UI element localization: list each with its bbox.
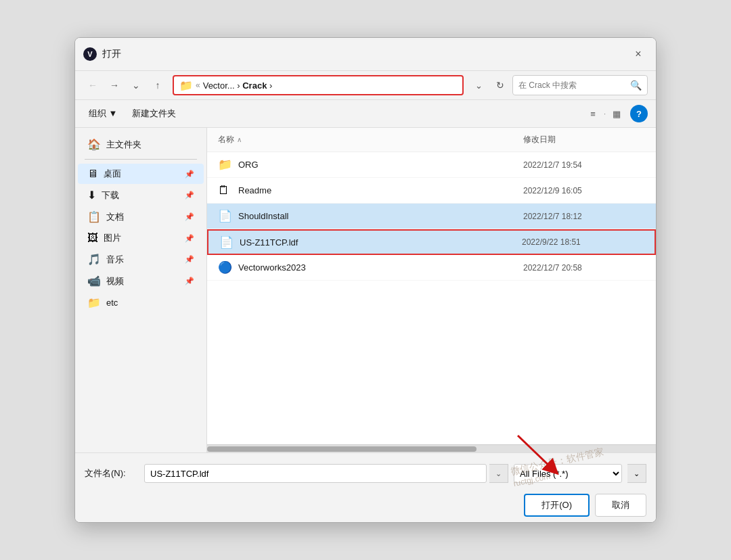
view-pane-button[interactable]: ▦ — [607, 104, 626, 123]
folder-icon: 📁 — [179, 79, 193, 92]
sidebar: 🏠 主文件夹 🖥 桌面 📌 ⬇ 下载 📌 📋 文档 📌 — [75, 128, 207, 452]
sidebar-item-etc-label: etc — [106, 298, 118, 308]
filename-dropdown[interactable]: ⌄ — [489, 464, 508, 483]
sidebar-item-desktop[interactable]: 🖥 桌面 📌 — [78, 164, 204, 184]
file-icon-shouldinstall: 📄 — [218, 209, 233, 223]
up-button[interactable]: ↑ — [148, 76, 167, 95]
titlebar: V 打开 × — [75, 38, 656, 71]
column-name-label: 名称 — [218, 134, 234, 145]
downloads-pin-icon: 📌 — [185, 191, 194, 200]
sidebar-item-etc[interactable]: 📁 etc — [78, 292, 204, 313]
sidebar-item-videos[interactable]: 📹 视频 📌 — [78, 271, 204, 291]
horizontal-scrollbar[interactable] — [207, 444, 656, 452]
sidebar-item-downloads-label: 下载 — [102, 189, 119, 202]
sidebar-item-documents[interactable]: 📋 文档 📌 — [78, 206, 204, 227]
filename-input-wrap: ⌄ — [144, 464, 508, 483]
home-icon: 🏠 — [87, 138, 101, 151]
file-date-org: 2022/12/7 19:54 — [523, 160, 645, 170]
action-row: 打开(O) 取消 — [85, 494, 646, 517]
sidebar-item-videos-label: 视频 — [106, 275, 124, 287]
file-list-header: 名称 ∧ 修改日期 — [207, 128, 656, 152]
sidebar-item-pictures[interactable]: 🖼 图片 📌 — [78, 228, 204, 248]
close-button[interactable]: × — [629, 45, 648, 64]
music-icon: 🎵 — [87, 253, 101, 266]
file-date-readme: 2022/12/9 16:05 — [523, 186, 645, 195]
sidebar-item-music[interactable]: 🎵 音乐 📌 — [78, 249, 204, 270]
help-button[interactable]: ? — [630, 105, 648, 122]
scrollbar-thumb[interactable] — [207, 446, 477, 452]
documents-pin-icon: 📌 — [185, 212, 194, 221]
file-icon-vectorworks2023: 🔵 — [218, 260, 233, 275]
view-menu-button[interactable]: ≡ — [583, 104, 602, 123]
open-button[interactable]: 打开(O) — [524, 494, 590, 517]
sidebar-item-pictures-label: 图片 — [104, 232, 121, 244]
breadcrumb[interactable]: 📁 « Vector... › Crack › — [173, 75, 464, 95]
breadcrumb-dropdown[interactable]: ⌄ — [469, 76, 488, 95]
cancel-button[interactable]: 取消 — [595, 494, 646, 517]
new-folder-button[interactable]: 新建文件夹 — [127, 105, 181, 122]
file-row-org[interactable]: 📁 ORG 2022/12/7 19:54 — [207, 152, 656, 178]
sidebar-item-home[interactable]: 🏠 主文件夹 — [78, 134, 204, 155]
back-button[interactable]: ← — [83, 76, 102, 95]
nav-toolbar: ← → ⌄ ↑ 📁 « Vector... › Crack › ⌄ ↻ 🔍 — [75, 71, 656, 100]
documents-icon: 📋 — [87, 210, 101, 223]
desktop-icon: 🖥 — [87, 168, 98, 180]
breadcrumb-sep: « — [196, 80, 200, 90]
file-row-shouldinstall[interactable]: 📄 ShouldInstall 2022/12/7 18:12 — [207, 204, 656, 229]
sidebar-item-documents-label: 文档 — [106, 211, 124, 223]
organize-toolbar: 组织 ▼ 新建文件夹 ≡ · ▦ ? — [75, 100, 656, 128]
file-list: 📁 ORG 2022/12/7 19:54 🗒 Readme 2022/12/9… — [207, 152, 656, 444]
sidebar-item-desktop-label: 桌面 — [104, 168, 121, 180]
sort-arrow: ∧ — [237, 136, 242, 143]
file-row-readme[interactable]: 🗒 Readme 2022/12/9 16:05 — [207, 178, 656, 204]
filename-label: 文件名(N): — [85, 467, 139, 480]
forward-button[interactable]: → — [105, 76, 124, 95]
pictures-pin-icon: 📌 — [185, 234, 194, 243]
sidebar-item-downloads[interactable]: ⬇ 下载 📌 — [78, 185, 204, 206]
app-icon: V — [83, 47, 97, 61]
filename-row: 文件名(N): ⌄ All Files (*.*) ⌄ — [85, 464, 646, 483]
videos-icon: 📹 — [87, 275, 101, 287]
search-input[interactable] — [518, 80, 627, 90]
sidebar-divider — [85, 159, 197, 160]
file-date-shouldinstall: 2022/12/7 18:12 — [523, 212, 645, 221]
bottom-bar: 微信公众号：软件管家 ructgj.com 文件名(N): ⌄ All File… — [75, 452, 656, 522]
filename-input[interactable] — [144, 464, 487, 483]
pictures-icon: 🖼 — [87, 232, 98, 244]
etc-icon: 📁 — [87, 296, 101, 309]
desktop-pin-icon: 📌 — [185, 170, 194, 179]
search-box: 🔍 — [512, 75, 648, 95]
filetype-select[interactable]: All Files (*.*) — [514, 464, 622, 483]
file-date-vectorworks2023: 2022/12/7 20:58 — [523, 263, 645, 273]
file-name-us-z11tcp: US-Z11TCP.ldf — [240, 237, 522, 248]
sidebar-item-home-label: 主文件夹 — [106, 139, 141, 151]
file-row-vectorworks2023[interactable]: 🔵 Vectorworks2023 2022/12/7 20:58 — [207, 255, 656, 281]
music-pin-icon: 📌 — [185, 255, 194, 264]
sidebar-item-music-label: 音乐 — [106, 254, 124, 266]
file-row-us-z11tcp[interactable]: 📄 US-Z11TCP.ldf 2022/9/22 18:51 — [207, 229, 656, 255]
file-icon-readme: 🗒 — [218, 184, 233, 197]
file-name-vectorworks2023: Vectorworks2023 — [238, 262, 523, 273]
search-icon: 🔍 — [630, 80, 642, 91]
file-name-readme: Readme — [238, 185, 523, 195]
dropdown-button[interactable]: ⌄ — [127, 76, 146, 95]
file-name-shouldinstall: ShouldInstall — [238, 211, 523, 221]
file-name-org: ORG — [238, 160, 523, 170]
file-area: 名称 ∧ 修改日期 📁 ORG 2022/12/7 19:54 🗒 — [207, 128, 656, 452]
folder-icon-org: 📁 — [218, 158, 233, 172]
videos-pin-icon: 📌 — [185, 277, 194, 285]
organize-button[interactable]: 组织 ▼ — [83, 105, 123, 122]
filetype-dropdown[interactable]: ⌄ — [627, 464, 646, 483]
view-options: ≡ · ▦ — [583, 104, 626, 123]
view-sep: · — [604, 110, 606, 118]
breadcrumb-path: Vector... › Crack › — [203, 80, 273, 91]
column-date-label: 修改日期 — [523, 134, 645, 145]
file-icon-us-z11tcp: 📄 — [219, 235, 234, 250]
download-icon: ⬇ — [87, 189, 96, 202]
file-date-us-z11tcp: 2022/9/22 18:51 — [522, 237, 644, 247]
window-title: 打开 — [102, 48, 623, 60]
main-area: 🏠 主文件夹 🖥 桌面 📌 ⬇ 下载 📌 📋 文档 📌 — [75, 128, 656, 452]
refresh-button[interactable]: ↻ — [491, 76, 510, 95]
